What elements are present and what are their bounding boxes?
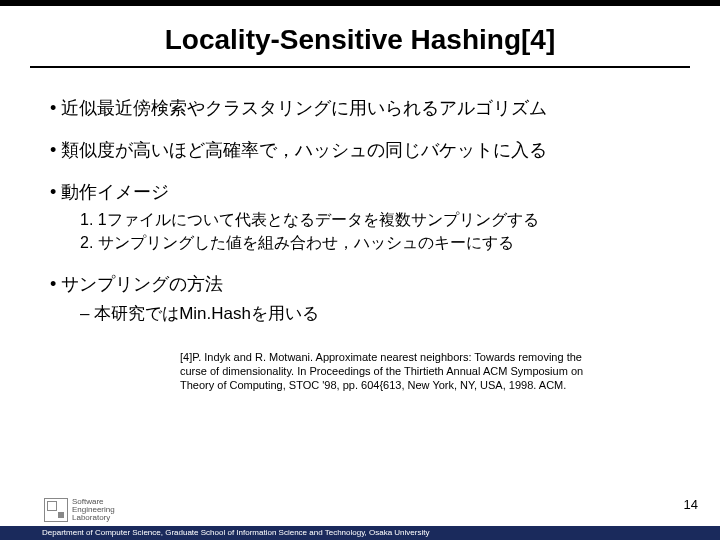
numbered-item: 1. 1ファイルについて代表となるデータを複数サンプリングする — [80, 210, 670, 231]
dash-item: – 本研究ではMin.Hashを用いる — [80, 302, 670, 325]
bullet-text: サンプリングの方法 — [61, 274, 223, 294]
logo-text: Software Engineering Laboratory — [72, 498, 115, 522]
citation-line: [4]P. Indyk and R. Motwani. Approximate … — [180, 351, 670, 365]
bullet-text: 類似度が高いほど高確率で，ハッシュの同じバケットに入る — [61, 140, 547, 160]
logo-icon — [44, 498, 68, 522]
bullet-item: • 近似最近傍検索やクラスタリングに用いられるアルゴリズム — [50, 96, 670, 120]
bullet-item: • サンプリングの方法 — [50, 272, 670, 296]
citation-block: [4]P. Indyk and R. Motwani. Approximate … — [180, 351, 670, 392]
slide-title: Locality-Sensitive Hashing[4] — [0, 24, 720, 56]
top-accent-bar — [0, 0, 720, 6]
numbered-list: 1. 1ファイルについて代表となるデータを複数サンプリングする 2. サンプリン… — [80, 210, 670, 254]
bullet-text: 近似最近傍検索やクラスタリングに用いられるアルゴリズム — [61, 98, 547, 118]
page-number: 14 — [684, 497, 698, 512]
logo-line: Laboratory — [72, 514, 115, 522]
lab-logo: Software Engineering Laboratory — [44, 498, 115, 522]
bullet-text: 動作イメージ — [61, 182, 169, 202]
numbered-item: 2. サンプリングした値を組み合わせ，ハッシュのキーにする — [80, 233, 670, 254]
citation-line: Theory of Computing, STOC '98, pp. 604{6… — [180, 379, 670, 393]
citation-line: curse of dimensionality. In Proceedings … — [180, 365, 670, 379]
content-area: • 近似最近傍検索やクラスタリングに用いられるアルゴリズム • 類似度が高いほど… — [0, 68, 720, 392]
footer-bar: Department of Computer Science, Graduate… — [0, 526, 720, 540]
bullet-item: • 類似度が高いほど高確率で，ハッシュの同じバケットに入る — [50, 138, 670, 162]
bullet-item: • 動作イメージ — [50, 180, 670, 204]
